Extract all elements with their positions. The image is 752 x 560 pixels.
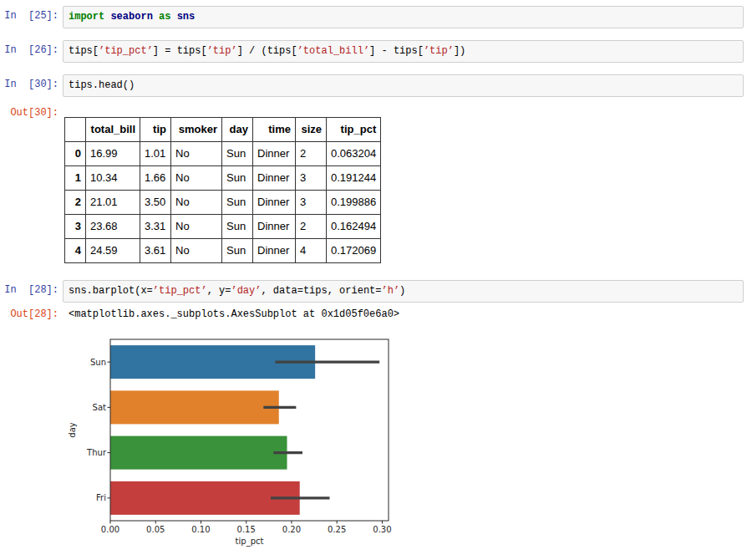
- output-prompt-30: Out[30]:: [0, 106, 58, 120]
- table-cell: Sun: [222, 191, 253, 215]
- input-prompt-26: In [26]:: [0, 43, 58, 58]
- code-token: sns: [177, 11, 196, 23]
- table-cell: 3: [296, 191, 327, 215]
- table-cell: Dinner: [253, 142, 296, 166]
- table-cell: Dinner: [253, 166, 296, 191]
- notebook: In [25]: import seaborn as sns In [26]: …: [0, 0, 752, 560]
- output-prompt-28: Out[28]:: [0, 308, 58, 322]
- y-tick-label: Thur: [86, 448, 107, 457]
- code-cell-30[interactable]: tips.head(): [63, 74, 744, 97]
- code-token: import: [69, 11, 104, 23]
- table-cell: 3.61: [140, 239, 171, 263]
- column-header: [65, 118, 86, 142]
- table-cell: 3.50: [140, 191, 171, 215]
- row-index: 4: [65, 239, 86, 263]
- y-axis-label: day: [68, 422, 77, 437]
- table-cell: Sun: [222, 215, 253, 239]
- table-cell: 2: [296, 142, 327, 166]
- table-cell: No: [171, 191, 222, 215]
- table-cell: 0.199886: [327, 191, 381, 215]
- code-token: ] = tips[: [153, 45, 207, 57]
- table-cell: No: [171, 239, 222, 263]
- column-header: total_bill: [86, 118, 140, 142]
- table-cell: 23.68: [86, 215, 140, 239]
- column-header: day: [222, 118, 253, 142]
- code-token: tips.head(): [69, 79, 135, 91]
- table-cell: Dinner: [253, 191, 296, 215]
- table-cell: Sun: [222, 166, 253, 191]
- table-cell: 0.191244: [327, 166, 381, 191]
- code-text-28: sns.barplot(x=’tip_pct’, y=’day’, data=t…: [64, 281, 743, 302]
- table-row: 110.341.66NoSunDinner30.191244: [65, 166, 381, 191]
- code-token: tips[: [69, 45, 99, 57]
- code-token: ] - tips[: [369, 45, 424, 57]
- row-index: 3: [65, 215, 86, 239]
- table-cell: 1.66: [140, 166, 171, 191]
- row-index: 0: [65, 142, 86, 166]
- table-row: 323.683.31NoSunDinner20.162494: [65, 215, 381, 239]
- repr-output: <matplotlib.axes._subplots.AxesSubplot a…: [69, 308, 399, 322]
- table-cell: 0.162494: [327, 215, 381, 239]
- table-cell: Dinner: [253, 215, 296, 239]
- row-index: 1: [65, 166, 86, 191]
- code-text-30: tips.head(): [64, 75, 743, 96]
- column-header: smoker: [171, 118, 222, 142]
- code-cell-26[interactable]: tips[’tip_pct’] = tips[’tip’] / (tips[’t…: [63, 40, 744, 63]
- table-cell: Sun: [222, 239, 253, 263]
- barplot-figure: 0.000.050.100.150.200.250.30SunSatThurFr…: [63, 325, 447, 559]
- bar-sat: [110, 390, 279, 424]
- table-cell: 24.59: [86, 239, 140, 263]
- table-cell: 1.01: [140, 142, 171, 166]
- x-tick-label: 0.00: [101, 525, 119, 534]
- table-cell: 0.172069: [327, 239, 381, 263]
- column-header: tip_pct: [327, 118, 381, 142]
- dataframe-table: total_billtipsmokerdaytimesizetip_pct016…: [64, 117, 381, 263]
- code-token: as: [159, 11, 170, 23]
- table-cell: No: [171, 142, 222, 166]
- code-cell-25[interactable]: import seaborn as sns: [63, 6, 744, 28]
- table-cell: 3: [296, 166, 327, 191]
- table-row: 424.593.61NoSunDinner40.172069: [65, 239, 381, 263]
- table-cell: No: [171, 215, 222, 239]
- table-cell: 10.34: [86, 166, 140, 191]
- table-cell: 0.063204: [327, 142, 381, 166]
- table-cell: 2: [296, 215, 327, 239]
- table-cell: 16.99: [86, 142, 140, 166]
- table-cell: Sun: [222, 142, 253, 166]
- code-token: ’tip’: [207, 45, 237, 57]
- table-cell: No: [171, 166, 222, 191]
- table-cell: 4: [296, 239, 327, 263]
- x-tick-label: 0.25: [328, 525, 346, 534]
- y-tick-label: Sat: [93, 403, 106, 412]
- code-token: [170, 11, 176, 23]
- code-token: ’day’: [231, 285, 261, 297]
- table-cell: 21.01: [86, 191, 140, 215]
- x-tick-label: 0.30: [373, 525, 391, 534]
- code-text-25: import seaborn as sns: [64, 7, 743, 28]
- y-tick-label: Sun: [90, 358, 106, 367]
- x-axis-label: tip_pct: [236, 537, 264, 547]
- input-prompt-25: In [25]:: [0, 9, 58, 23]
- code-token: ’total_bill’: [297, 45, 369, 57]
- y-tick-label: Fri: [96, 493, 106, 502]
- code-token: [153, 11, 159, 23]
- input-prompt-30: In [30]:: [0, 78, 58, 92]
- bar-thur: [110, 436, 287, 470]
- code-token: ’tip_pct’: [99, 45, 153, 57]
- code-token: seaborn: [110, 11, 152, 23]
- x-tick-label: 0.10: [191, 525, 210, 534]
- code-token: , y=: [207, 285, 231, 297]
- code-token: ’h’: [382, 285, 400, 297]
- table-cell: 3.31: [140, 215, 171, 239]
- code-token: ] / (tips[: [237, 45, 297, 57]
- code-token: sns.barplot(x=: [69, 285, 153, 297]
- column-header: size: [296, 118, 327, 142]
- code-cell-28[interactable]: sns.barplot(x=’tip_pct’, y=’day’, data=t…: [63, 280, 744, 303]
- code-token: ’tip’: [424, 45, 454, 57]
- x-tick-label: 0.05: [146, 525, 165, 534]
- code-token: , data=tips, orient=: [261, 285, 381, 297]
- code-token: ]): [454, 45, 465, 57]
- code-token: ): [399, 285, 405, 297]
- table-row: 221.013.50NoSunDinner30.199886: [65, 191, 381, 215]
- x-tick-label: 0.15: [237, 525, 256, 534]
